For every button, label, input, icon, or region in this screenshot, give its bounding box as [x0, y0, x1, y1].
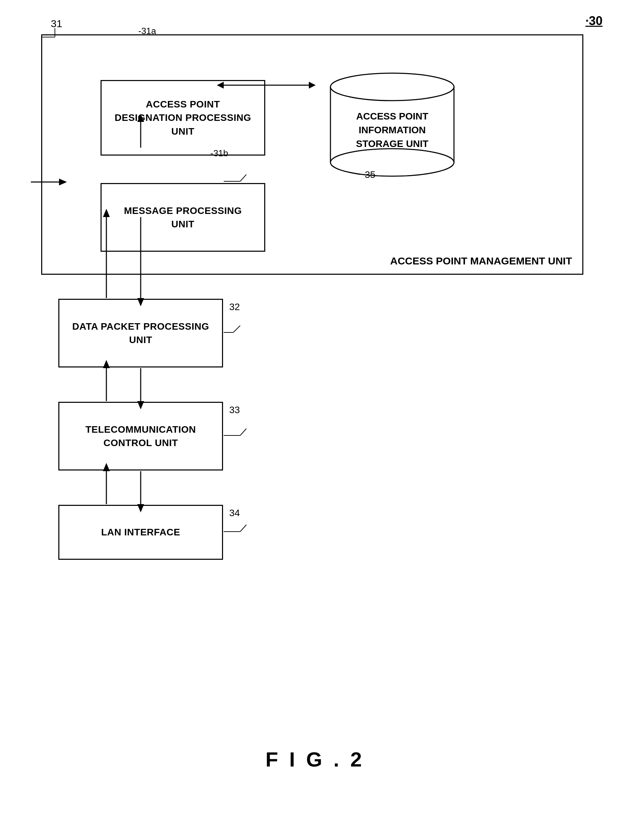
ap-designation-box: ACCESS POINT DESIGNATION PROCESSING UNIT: [101, 80, 265, 156]
svg-text:ACCESS POINT: ACCESS POINT: [356, 111, 428, 122]
data-packet-box: DATA PACKET PROCESSING UNIT: [58, 299, 223, 368]
ap-designation-label: ACCESS POINT DESIGNATION PROCESSING UNIT: [115, 98, 251, 138]
label-31a: -31a: [138, 26, 156, 36]
telecom-control-box: TELECOMMUNICATION CONTROL UNIT: [58, 402, 223, 471]
message-processing-label: MESSAGE PROCESSING UNIT: [124, 204, 242, 231]
svg-text:STORAGE UNIT: STORAGE UNIT: [356, 138, 428, 149]
label-31b: -31b: [210, 148, 228, 159]
svg-line-28: [233, 325, 240, 332]
data-packet-label: DATA PACKET PROCESSING UNIT: [72, 320, 209, 346]
lan-interface-box: LAN INTERFACE: [58, 505, 223, 560]
svg-point-2: [331, 149, 454, 176]
ap-management-label: ACCESS POINT MANAGEMENT UNIT: [390, 255, 572, 267]
label-32: 32: [229, 302, 240, 313]
lan-interface-label: LAN INTERFACE: [101, 526, 181, 539]
svg-line-30: [240, 429, 246, 436]
access-point-management-box: -31a ACCESS POINT DESIGNATION PROCESSING…: [41, 34, 583, 275]
svg-text:INFORMATION: INFORMATION: [359, 125, 425, 135]
page: ·30 31 -31a ACCESS POINT DESIGNATION PRO…: [0, 0, 630, 840]
message-processing-box: MESSAGE PROCESSING UNIT: [101, 183, 265, 252]
figure-caption: F I G . 2: [266, 748, 365, 771]
svg-line-32: [240, 525, 246, 532]
telecom-control-label: TELECOMMUNICATION CONTROL UNIT: [85, 423, 196, 450]
label-34: 34: [229, 508, 240, 519]
ap-info-storage-cylinder: ACCESS POINT INFORMATION STORAGE UNIT: [310, 70, 482, 180]
figure-number-top: ·30: [585, 14, 603, 28]
label-31: 31: [51, 18, 62, 30]
label-35: 35: [365, 169, 375, 180]
svg-point-1: [331, 73, 454, 101]
label-33: 33: [229, 404, 240, 415]
